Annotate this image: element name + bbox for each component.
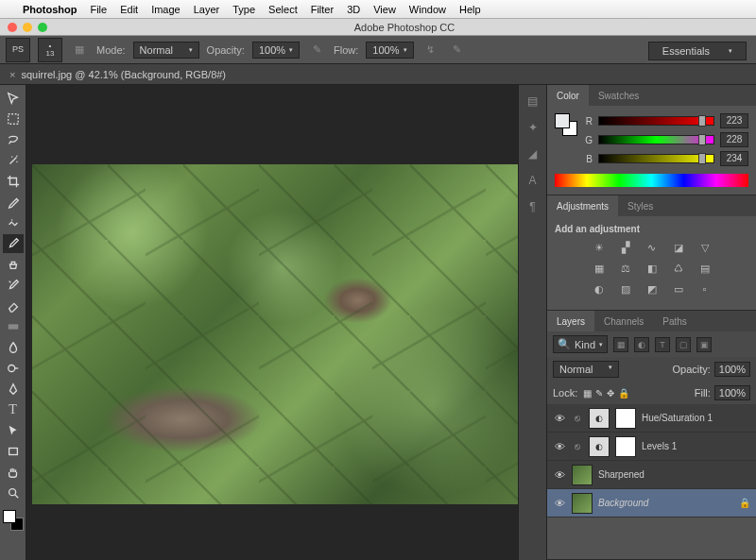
opacity-dropdown[interactable]: 100%▾ [252, 42, 300, 59]
tab-swatches[interactable]: Swatches [589, 85, 648, 106]
menu-edit[interactable]: Edit [120, 4, 138, 15]
blur-tool[interactable] [3, 338, 24, 357]
flow-dropdown[interactable]: 100%▾ [366, 42, 413, 59]
levels-icon[interactable]: ▞ [617, 240, 634, 255]
zoom-tool[interactable] [3, 484, 24, 502]
lasso-tool[interactable] [3, 130, 24, 149]
layer-blend-dropdown[interactable]: Normal▾ [553, 361, 619, 378]
workspace-switcher[interactable]: Essentials▾ [648, 42, 747, 60]
gradient-map-icon[interactable]: ▭ [670, 281, 687, 297]
layer-filter-dropdown[interactable]: 🔍Kind▾ [553, 335, 608, 353]
channel-mixer-icon[interactable]: ▤ [696, 261, 713, 276]
foreground-color-swatch[interactable] [3, 510, 16, 523]
properties-panel-icon[interactable]: ✦ [524, 119, 541, 136]
filter-type-icon[interactable]: T [655, 337, 670, 352]
visibility-toggle-icon[interactable]: 👁 [553, 441, 566, 452]
dodge-tool[interactable] [3, 359, 24, 378]
menu-layer[interactable]: Layer [194, 4, 220, 15]
adjustment-thumbnail[interactable]: ◐ [589, 436, 610, 457]
posterize-icon[interactable]: ▨ [617, 281, 634, 297]
history-panel-icon[interactable]: ▤ [524, 93, 541, 110]
paragraph-panel-icon[interactable]: ¶ [524, 198, 541, 215]
brush-panel-toggle-icon[interactable]: ▦ [70, 41, 89, 59]
menu-window[interactable]: Window [409, 4, 446, 15]
mask-thumbnail[interactable] [615, 436, 636, 457]
menu-3d[interactable]: 3D [347, 4, 360, 15]
menu-photoshop[interactable]: Photoshop [23, 4, 77, 15]
lock-pixels-icon[interactable]: ✎ [595, 388, 603, 399]
character-panel-icon[interactable]: A [524, 172, 541, 189]
healing-brush-tool[interactable] [3, 213, 24, 232]
layer-row[interactable]: 👁Sharpened [547, 461, 756, 489]
close-window-button[interactable] [8, 23, 17, 32]
pressure-size-icon[interactable]: ✎ [448, 41, 467, 59]
minimize-window-button[interactable] [23, 23, 32, 32]
layer-name[interactable]: Sharpened [598, 469, 750, 480]
tab-color[interactable]: Color [547, 85, 589, 106]
marquee-tool[interactable] [3, 110, 24, 128]
zoom-window-button[interactable] [38, 23, 47, 32]
layer-thumbnail[interactable] [572, 493, 593, 514]
tab-channels[interactable]: Channels [594, 311, 653, 331]
color-panel-swatch[interactable] [555, 113, 577, 136]
layer-row[interactable]: 👁⎋◐Hue/Saturation 1 [547, 404, 756, 433]
rectangle-tool[interactable] [3, 442, 24, 461]
r-slider[interactable] [598, 116, 714, 126]
menu-select[interactable]: Select [268, 4, 298, 15]
color-balance-icon[interactable]: ⚖ [617, 261, 634, 276]
document-tab[interactable]: × squirrel.jpg @ 42.1% (Background, RGB/… [0, 64, 756, 85]
threshold-icon[interactable]: ◩ [644, 281, 661, 297]
layer-name[interactable]: Hue/Saturation 1 [642, 413, 750, 423]
layer-name[interactable]: Background [598, 498, 733, 508]
r-value[interactable]: 223 [720, 113, 748, 128]
tab-adjustments[interactable]: Adjustments [547, 195, 618, 216]
blend-mode-dropdown[interactable]: Normal▾ [133, 42, 199, 59]
menu-help[interactable]: Help [459, 4, 481, 15]
tab-paths[interactable]: Paths [653, 311, 696, 331]
close-tab-icon[interactable]: × [9, 69, 15, 80]
tab-layers[interactable]: Layers [547, 311, 594, 331]
fill-input[interactable]: 100% [714, 385, 750, 400]
menu-type[interactable]: Type [232, 4, 255, 15]
black-white-icon[interactable]: ◧ [644, 261, 661, 276]
layer-name[interactable]: Levels 1 [642, 441, 750, 451]
photo-filter-icon[interactable]: ♺ [670, 261, 687, 276]
curves-icon[interactable]: ∿ [644, 240, 661, 255]
b-slider[interactable] [598, 154, 714, 163]
menu-view[interactable]: View [373, 4, 396, 15]
vibrance-icon[interactable]: ▽ [696, 240, 713, 255]
adjustment-thumbnail[interactable]: ◐ [589, 408, 610, 429]
selective-color-icon[interactable]: ▫ [696, 281, 713, 297]
lock-position-icon[interactable]: ✥ [607, 388, 614, 399]
mask-thumbnail[interactable] [615, 408, 636, 429]
visibility-toggle-icon[interactable]: 👁 [553, 413, 566, 424]
g-slider[interactable] [598, 135, 714, 144]
airbrush-icon[interactable]: ↯ [421, 41, 440, 59]
lock-transparency-icon[interactable]: ▦ [583, 388, 592, 399]
canvas-area[interactable] [26, 85, 518, 560]
eraser-tool[interactable] [3, 297, 24, 315]
menu-image[interactable]: Image [151, 4, 180, 15]
ps-home-icon[interactable]: PS [6, 38, 30, 62]
history-brush-tool[interactable] [3, 276, 24, 295]
layer-row[interactable]: 👁⎋◐Levels 1 [547, 433, 756, 461]
visibility-toggle-icon[interactable]: 👁 [553, 469, 566, 481]
type-tool[interactable]: T [3, 400, 24, 419]
brightness-contrast-icon[interactable]: ☀ [591, 240, 608, 255]
filter-adjustment-icon[interactable]: ◐ [634, 337, 649, 352]
path-selection-tool[interactable] [3, 421, 24, 440]
pen-tool[interactable] [3, 380, 24, 399]
layer-thumbnail[interactable] [572, 465, 593, 485]
color-spectrum[interactable] [555, 174, 748, 187]
move-tool[interactable] [3, 89, 24, 108]
g-value[interactable]: 228 [720, 132, 748, 147]
crop-tool[interactable] [3, 172, 24, 191]
eyedropper-tool[interactable] [3, 193, 24, 212]
brush-preset-picker[interactable]: • 13 [38, 38, 62, 62]
clone-stamp-tool[interactable] [3, 255, 24, 274]
document-canvas[interactable] [32, 164, 518, 504]
visibility-toggle-icon[interactable]: 👁 [553, 498, 566, 509]
tab-styles[interactable]: Styles [618, 195, 662, 216]
foreground-background-swatch[interactable] [3, 510, 24, 531]
layer-opacity-input[interactable]: 100% [714, 362, 750, 377]
